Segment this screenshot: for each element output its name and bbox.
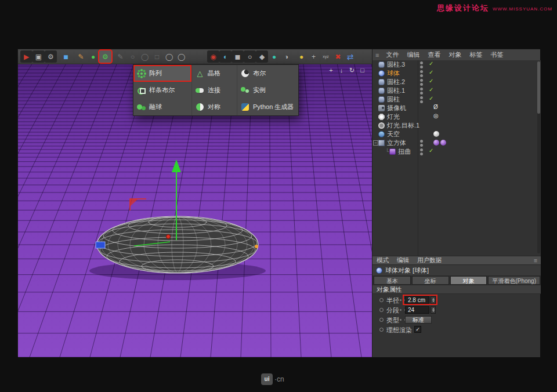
add-cube-icon[interactable]: ■ <box>60 50 72 63</box>
menu-user-data[interactable]: 用户数据 <box>413 256 446 264</box>
origin-point[interactable] <box>167 235 171 239</box>
menu-tags[interactable]: 标签 <box>465 50 486 59</box>
light-ring-icon[interactable]: ◎ <box>433 112 439 119</box>
zoom-view-icon[interactable]: ↓ <box>338 67 345 74</box>
section-object-properties[interactable]: 对象属性 <box>372 285 541 294</box>
maximize-view-icon[interactable]: □ <box>359 67 366 74</box>
menu-item-boole[interactable]: 布尔 <box>237 65 298 82</box>
menu-item-spline-boole[interactable]: 样条布尔 <box>133 82 191 99</box>
tab-basic[interactable]: 基本 <box>374 276 411 285</box>
workplane-icon[interactable]: + <box>308 50 320 63</box>
menu-edit[interactable]: 编辑 <box>403 50 424 59</box>
enabled-check-icon[interactable]: ✓ <box>429 60 433 67</box>
menu-object[interactable]: 对象 <box>444 50 465 59</box>
object-row-cylinder[interactable]: 圆柱 ✓ <box>372 95 541 104</box>
material-tag[interactable] <box>433 140 439 146</box>
light-object-icon[interactable]: ○ <box>244 50 256 63</box>
enabled-check-icon[interactable]: ✓ <box>429 147 433 154</box>
coord-system-icon[interactable]: ✖ <box>332 50 344 63</box>
rotation-band-handle[interactable] <box>130 199 146 210</box>
panel-menu-icon[interactable]: ≡ <box>534 257 541 264</box>
menu-item-python-generator[interactable]: Python 生成器 <box>237 99 298 115</box>
menu-item-instance[interactable]: 实例 <box>237 82 298 99</box>
enabled-check-icon[interactable]: ✓ <box>429 95 433 101</box>
object-row-cylinder-2[interactable]: 圆柱.2 ✓ <box>372 78 541 86</box>
render-view-icon[interactable]: ▶ <box>20 50 32 63</box>
type-dropdown[interactable]: 标准 <box>405 316 432 324</box>
visibility-dots[interactable] <box>420 148 423 155</box>
camera-object-icon[interactable]: ◼ <box>232 50 244 63</box>
keyframe-circle[interactable] <box>379 328 384 332</box>
menu-item-lattice[interactable]: △ 晶格 <box>191 65 237 82</box>
tab-object[interactable]: 对象 <box>450 276 487 285</box>
menu-mode[interactable]: 模式 <box>372 256 393 264</box>
panel-burger-icon[interactable]: ≡ <box>372 52 382 59</box>
nav-arrows-icon[interactable]: ⇄ <box>344 50 356 63</box>
material-ball-icon[interactable]: ● <box>268 50 280 63</box>
snap-icon[interactable]: ● <box>295 50 308 63</box>
tab-phong[interactable]: 平滑着色(Phong) <box>488 276 540 285</box>
enabled-check-icon[interactable]: ✓ <box>429 86 433 93</box>
toggle-right-icon[interactable]: ◯ <box>175 50 187 63</box>
material-tag[interactable] <box>433 131 439 137</box>
object-row-light[interactable]: 灯光 ◎ <box>372 112 541 121</box>
keyframe-circle[interactable] <box>379 318 384 322</box>
environment-icon[interactable]: ◉ <box>207 50 219 63</box>
generators-icon[interactable]: ⚙ <box>99 50 111 63</box>
spline-rect-icon[interactable]: □ <box>151 50 163 63</box>
menu-file[interactable]: 文件 <box>382 50 403 59</box>
object-row-sky[interactable]: 天空 <box>372 130 541 139</box>
render-settings-icon[interactable]: ⚙ <box>45 50 57 63</box>
subdivision-surface-icon[interactable]: ● <box>87 50 99 63</box>
display-filter-icon[interactable]: ◑ <box>280 50 292 63</box>
menu-item-array[interactable]: 阵列 <box>133 65 191 82</box>
menu-bookmarks[interactable]: 书签 <box>486 50 507 59</box>
menu-item-metaball[interactable]: 融球 <box>133 99 191 115</box>
keyframe-circle[interactable] <box>379 298 384 302</box>
orbit-view-icon[interactable]: ↻ <box>348 67 356 74</box>
spline-arc-icon[interactable]: ○ <box>126 50 139 63</box>
toggle-left-icon[interactable]: ◯ <box>163 50 175 63</box>
object-row-cube[interactable]: − 立方体 <box>372 139 541 147</box>
menu-item-symmetry[interactable]: 对称 <box>191 99 237 115</box>
object-row-camera[interactable]: 摄像机 Ø <box>372 104 541 112</box>
menu-item-connect[interactable]: 连接 <box>191 82 237 99</box>
material-tag[interactable] <box>440 140 446 146</box>
spline-circle-icon[interactable]: ◯ <box>139 50 151 63</box>
sphere-object[interactable] <box>97 216 258 273</box>
object-row-cylinder-3[interactable]: 圆柱.3 ✓ <box>372 60 541 69</box>
visibility-dots[interactable] <box>420 70 423 77</box>
object-row-bend[interactable]: └ 扭曲 ✓ <box>372 147 541 156</box>
radius-input[interactable]: 2.8 cm <box>405 296 429 304</box>
visibility-dots[interactable] <box>420 79 423 86</box>
menu-view[interactable]: 查看 <box>424 50 444 59</box>
enabled-check-icon[interactable]: ✓ <box>429 69 433 75</box>
segments-input[interactable]: 24 <box>405 306 429 314</box>
tab-coordinates[interactable]: 坐标 <box>412 276 449 285</box>
enabled-check-icon[interactable]: ✓ <box>429 78 433 84</box>
visibility-dots[interactable] <box>420 140 423 147</box>
render-picture-viewer-icon[interactable]: ▣ <box>32 50 45 63</box>
pan-view-icon[interactable]: + <box>327 67 335 74</box>
camera-off-icon[interactable]: Ø <box>433 104 438 110</box>
collapse-toggle[interactable]: − <box>373 140 378 146</box>
deformer-handle[interactable] <box>96 242 105 248</box>
visibility-dots[interactable] <box>420 96 423 103</box>
ideal-render-checkbox[interactable]: ✓ <box>414 326 421 333</box>
physical-sky-icon[interactable]: ◐ <box>219 50 232 63</box>
spline-pen-icon[interactable]: ✎ <box>114 50 126 63</box>
object-row-sphere[interactable]: 球体 ✓ <box>372 69 541 78</box>
xyz-axis-icon[interactable]: xyz <box>320 50 332 63</box>
object-row-light-target[interactable]: 灯光.目标.1 <box>372 121 541 130</box>
visibility-dots[interactable] <box>420 88 423 95</box>
segments-stepper[interactable] <box>431 306 436 314</box>
pen-tool-icon[interactable]: ✎ <box>75 50 87 63</box>
visibility-dots[interactable] <box>420 61 423 68</box>
menu-edit-attr[interactable]: 编辑 <box>393 256 413 264</box>
keyframe-circle[interactable] <box>379 308 384 312</box>
object-row-cylinder-1[interactable]: 圆柱.1 ✓ <box>372 86 541 95</box>
radius-stepper[interactable] <box>431 296 436 304</box>
list-scrollbar[interactable] <box>537 61 540 253</box>
stage-object-icon[interactable]: ◆ <box>256 50 268 63</box>
radius-handle[interactable] <box>255 245 258 248</box>
